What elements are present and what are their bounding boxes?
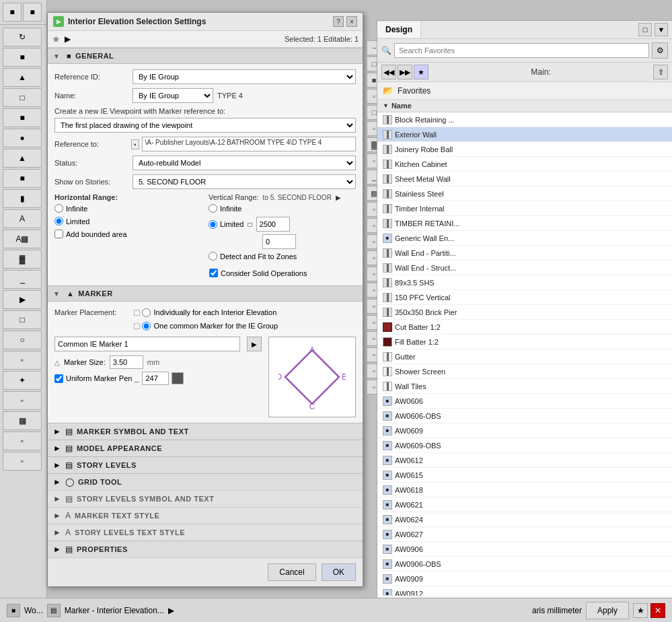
lt-tool-2[interactable]: ■ (3, 48, 42, 67)
list-item[interactable]: ■AW0612 (377, 453, 672, 468)
list-item[interactable]: ■AW0621 (377, 497, 672, 512)
list-item[interactable]: ■AW0606 (377, 394, 672, 409)
v-infinite-option[interactable]: Infinite (209, 204, 241, 213)
cancel-button[interactable]: Cancel (268, 563, 315, 581)
show-stories-select[interactable]: 5. SECOND FLOOR (133, 174, 356, 189)
section-marker-header[interactable]: ▼ ▲ MARKER (48, 285, 363, 302)
toolbar-btn-1[interactable]: ■ (3, 3, 22, 22)
vertical-value2-input[interactable] (262, 234, 296, 249)
name-sort[interactable]: ▼ Name (383, 102, 412, 110)
marker-name-input[interactable] (54, 337, 240, 351)
section-marker-text-style[interactable]: ► A MARKER TEXT STYLE (48, 507, 363, 524)
list-item[interactable]: ■AW0615 (377, 468, 672, 483)
list-item[interactable]: ■AW0909 (377, 572, 672, 586)
reference-id-select[interactable]: By IE Group (133, 69, 356, 84)
list-item[interactable]: Joinery Robe Ball (377, 142, 672, 157)
nav-action-btn[interactable]: ★ (414, 65, 428, 79)
lt-tool-13[interactable]: ⎯ (3, 270, 42, 289)
list-item[interactable]: ■AW0618 (377, 483, 672, 497)
toolbar-btn-2[interactable]: ■ (23, 3, 42, 22)
bottom-icon-1[interactable]: ★ (633, 603, 648, 618)
h-limited-radio[interactable] (54, 217, 63, 226)
list-item[interactable]: ■AW0906 (377, 542, 672, 557)
list-item[interactable]: ■AW0912 (377, 586, 672, 596)
list-item[interactable]: Stainless Steel (377, 186, 672, 201)
panel-settings-button[interactable]: ⚙ (652, 42, 668, 59)
list-item[interactable]: Sheet Metal Wall (377, 172, 672, 186)
bottom-icon-2[interactable]: ✕ (650, 603, 665, 618)
close-button[interactable]: × (346, 16, 357, 27)
lt-tool-18[interactable]: ✦ (3, 371, 42, 390)
list-item[interactable]: ■AW0606-OBS (377, 409, 672, 423)
lt-tool-20[interactable]: ▩ (3, 411, 42, 430)
list-item[interactable]: Timber Internal (377, 201, 672, 216)
h-infinite-option[interactable]: Infinite (54, 204, 87, 213)
list-item[interactable]: Gutter (377, 349, 672, 364)
search-input[interactable] (394, 43, 649, 58)
individually-option[interactable]: □ Individually for each Interior Elevati… (134, 307, 278, 318)
marker-nav-btn[interactable]: ▶ (247, 337, 262, 351)
section-marker-symbol[interactable]: ► ▤ MARKER SYMBOL AND TEXT (48, 423, 363, 440)
lt-tool-19[interactable]: ▫ (3, 391, 42, 410)
list-item[interactable]: Wall Tiles (377, 379, 672, 394)
favorites-row[interactable]: 📂 Favorites (377, 82, 672, 100)
list-item[interactable]: Shower Screen (377, 364, 672, 379)
lt-tool-4[interactable]: □ (3, 88, 42, 107)
list-item[interactable]: ■AW0609 (377, 423, 672, 438)
consider-solid-checkbox[interactable] (209, 269, 218, 277)
ok-button[interactable]: OK (322, 563, 356, 581)
vertical-value-input[interactable] (256, 217, 290, 232)
lt-tool-1[interactable]: ↻ (3, 28, 42, 46)
toolbar-arrow[interactable]: ▶ (65, 34, 71, 44)
list-item[interactable]: ■Generic Wall En... (377, 231, 672, 246)
nav-cursor-btn[interactable]: ⇧ (653, 65, 668, 79)
list-item[interactable]: 89x3.5 SHS (377, 275, 672, 290)
one-common-radio[interactable] (142, 322, 151, 331)
lt-tool-10[interactable]: A (3, 209, 42, 228)
lt-tool-16[interactable]: ○ (3, 331, 42, 349)
lt-tool-14[interactable]: ▶ (3, 290, 42, 309)
section-story-levels-symbol[interactable]: ► ▤ STORY LEVELS SYMBOL AND TEXT (48, 490, 363, 507)
tab-design[interactable]: Design (377, 22, 421, 38)
detect-zones-option[interactable]: Detect and Fit to Zones (209, 252, 297, 261)
list-item[interactable]: Fill Batter 1:2 (377, 335, 672, 349)
v-limited-radio[interactable] (209, 220, 217, 229)
list-item[interactable]: ■AW0906-OBS (377, 557, 672, 572)
star-icon[interactable]: ★ (52, 34, 61, 44)
list-item[interactable]: Wall End - Partiti... (377, 246, 672, 261)
status-icon-1[interactable]: ■ (7, 604, 20, 617)
individually-radio[interactable] (142, 308, 151, 317)
pen-value-input[interactable] (142, 372, 169, 385)
lt-tool-8[interactable]: ■ (3, 169, 42, 188)
nav-forward-btn[interactable]: ▶▶ (398, 65, 412, 79)
section-story-levels-text-style[interactable]: ► A STORY LEVELS TEXT STYLE (48, 524, 363, 541)
section-story-levels[interactable]: ► ▤ STORY LEVELS (48, 456, 363, 473)
list-item[interactable]: Wall End - Struct... (377, 261, 672, 275)
lt-tool-5[interactable]: ■ (3, 108, 42, 127)
list-item[interactable]: Cut Batter 1:2 (377, 320, 672, 335)
lt-tool-15[interactable]: □ (3, 310, 42, 329)
lt-tool-7[interactable]: ▲ (3, 149, 42, 168)
tab-icon-1[interactable]: □ (638, 23, 652, 36)
uniform-pen-checkbox[interactable] (54, 374, 63, 383)
add-bounded-checkbox[interactable] (54, 230, 63, 238)
h-infinite-radio[interactable] (54, 204, 63, 213)
list-item[interactable]: 350x350 Brick Pier (377, 305, 672, 320)
v-limited-option[interactable]: Limited (209, 220, 244, 229)
name-select[interactable]: By IE Group (133, 88, 213, 103)
apply-button[interactable]: Apply (586, 602, 629, 619)
first-placed-select[interactable]: The first placed drawing of the viewpoin… (54, 118, 356, 133)
list-item[interactable]: Kitchen Cabinet (377, 157, 672, 172)
list-item[interactable]: TIMBER RETAINI... (377, 216, 672, 231)
section-properties[interactable]: ► ▤ PROPERTIES (48, 541, 363, 557)
lt-tool-9[interactable]: ▮ (3, 189, 42, 208)
section-grid-tool[interactable]: ► ◯ GRID TOOL (48, 473, 363, 490)
lt-tool-22[interactable]: ▫ (3, 452, 42, 471)
list-item[interactable]: 150 PFC Vertical (377, 290, 672, 305)
nav-back-btn[interactable]: ◀◀ (381, 65, 396, 79)
marker-size-input[interactable] (110, 355, 143, 369)
list-item[interactable]: Block Retaining ... (377, 112, 672, 127)
section-general-header[interactable]: ▼ ■ GENERAL (48, 48, 363, 64)
lt-tool-6[interactable]: ● (3, 129, 42, 147)
tab-icon-2[interactable]: ▼ (655, 23, 668, 36)
